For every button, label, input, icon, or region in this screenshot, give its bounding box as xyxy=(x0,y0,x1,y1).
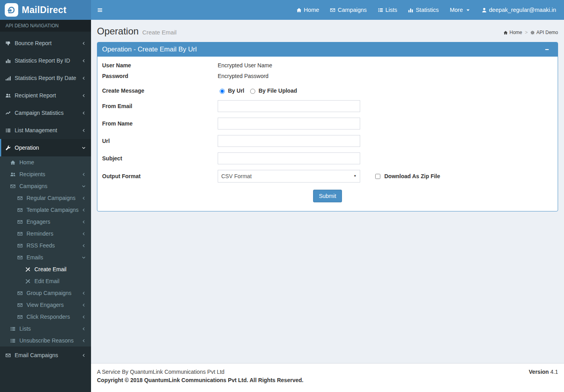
output-format-select[interactable]: CSV Format xyxy=(218,170,360,183)
sidebar-item-statistics-report-by-date[interactable]: Statistics Report By Date xyxy=(0,69,91,87)
create-email-panel: Operation - Create Email By Url User Nam… xyxy=(97,42,558,211)
collapse-button[interactable] xyxy=(541,46,553,53)
subject-label: Subject xyxy=(102,155,218,162)
sidebar-item-bounce-report[interactable]: Bounce Report xyxy=(0,34,91,52)
from-name-input[interactable] xyxy=(218,118,360,129)
nav-item-label: Campaigns xyxy=(338,7,367,13)
user-name-row: User Name Encrypted User Name xyxy=(102,62,553,69)
output-format-label: Output Format xyxy=(102,173,218,179)
sidebar-item-engagers[interactable]: Engagers xyxy=(0,216,91,228)
sidebar-menu: Bounce ReportStatistics Report By IDStat… xyxy=(0,32,91,364)
subject-input[interactable] xyxy=(218,152,360,164)
maildirect-logo-icon xyxy=(5,3,18,17)
by-url-radio[interactable] xyxy=(220,89,225,94)
sidebar-item-label: Campaign Statistics xyxy=(15,110,64,116)
sidebar-item-email-campaigns[interactable]: Email Campaigns xyxy=(0,346,91,364)
content-area: Operation - Create Email By Url User Nam… xyxy=(91,37,564,363)
sidebar-item-unsubscribe-reasons[interactable]: Unsubscribe Reasons xyxy=(0,335,91,346)
submit-row: Submit xyxy=(102,190,553,202)
envelope-icon xyxy=(10,184,17,189)
top-navbar: MailDirect HomeCampaignsListsStatisticsM… xyxy=(0,0,564,20)
sidebar-item-campaign-statistics[interactable]: Campaign Statistics xyxy=(0,104,91,122)
envelope-icon xyxy=(17,219,24,225)
footer-text: A Service By QuantumLink Communications … xyxy=(97,369,304,383)
by-url-option[interactable]: By Url xyxy=(218,88,244,94)
sidebar-item-emails[interactable]: Emails xyxy=(0,251,91,263)
download-zip-checkbox[interactable] xyxy=(375,174,380,179)
brand-name: MailDirect xyxy=(22,5,66,15)
panel-header: Operation - Create Email By Url xyxy=(97,42,558,57)
sidebar-toggle-button[interactable] xyxy=(91,0,109,20)
password-row: Password Encrypted Password xyxy=(102,73,553,79)
create-message-label: Create Message xyxy=(102,88,218,94)
chevron-left-icon xyxy=(82,303,86,307)
breadcrumb-separator: > xyxy=(525,30,528,35)
sidebar-item-recipient-report[interactable]: Recipient Report xyxy=(0,87,91,104)
submit-button[interactable]: Submit xyxy=(313,190,342,202)
nav-item-home[interactable]: Home xyxy=(291,0,325,20)
bar-chart-icon xyxy=(408,8,413,13)
navbar-menu: HomeCampaignsListsStatisticsMoredeepak_r… xyxy=(291,0,564,20)
sidebar-item-template-campaigns[interactable]: Template Campaigns xyxy=(0,204,91,216)
envelope-icon xyxy=(17,243,24,248)
tools-icon xyxy=(25,267,32,272)
chevron-down-icon xyxy=(82,255,86,260)
sidebar-item-campaigns[interactable]: Campaigns xyxy=(0,180,91,192)
from-name-row: From Name xyxy=(102,118,553,129)
list-icon xyxy=(10,338,17,343)
from-email-label: From Email xyxy=(102,103,218,109)
nav-item-more[interactable]: More xyxy=(444,0,476,20)
bar-chart-icon xyxy=(6,58,12,63)
subject-row: Subject xyxy=(102,152,553,164)
chevron-left-icon xyxy=(82,232,86,236)
breadcrumb-label: Home xyxy=(509,30,522,35)
chevron-left-icon xyxy=(82,339,86,343)
navbar-main: HomeCampaignsListsStatisticsMoredeepak_r… xyxy=(91,0,564,20)
nav-item-statistics[interactable]: Statistics xyxy=(403,0,444,20)
sidebar-item-regular-campaigns[interactable]: Regular Campaigns xyxy=(0,192,91,204)
sidebar-item-label: Unsubscribe Reasons xyxy=(19,337,74,344)
breadcrumb-item-api-demo[interactable]: API Demo xyxy=(530,30,558,35)
line-chart-icon xyxy=(6,110,12,116)
chevron-left-icon xyxy=(82,208,86,212)
sidebar-item-statistics-report-by-id[interactable]: Statistics Report By ID xyxy=(0,52,91,69)
sidebar-item-rss-feeds[interactable]: RSS Feeds xyxy=(0,240,91,251)
panel-body: User Name Encrypted User Name Password E… xyxy=(97,57,558,211)
chevron-left-icon xyxy=(82,111,86,115)
from-email-input[interactable] xyxy=(218,100,360,112)
sidebar-item-label: Bounce Report xyxy=(15,40,51,46)
sidebar-item-lists[interactable]: Lists xyxy=(0,323,91,335)
by-file-upload-option[interactable]: By File Upload xyxy=(248,88,297,94)
brand-logo[interactable]: MailDirect xyxy=(0,0,91,20)
sidebar-item-operation[interactable]: Operation xyxy=(0,139,91,156)
sidebar-item-click-responders[interactable]: Click Responders xyxy=(0,311,91,323)
envelope-icon xyxy=(6,353,12,358)
breadcrumb-item-home[interactable]: Home xyxy=(503,30,522,35)
caret-down-icon xyxy=(465,8,471,13)
sidebar-item-create-email[interactable]: Create Email xyxy=(0,263,91,275)
sidebar-item-label: Lists xyxy=(19,325,31,332)
from-name-label: From Name xyxy=(102,120,218,127)
sidebar-item-view-engagers[interactable]: View Engagers xyxy=(0,299,91,311)
sidebar-item-label: Statistics Report By Date xyxy=(15,75,76,81)
sidebar-item-recipients[interactable]: Recipients xyxy=(0,168,91,180)
sidebar-item-label: Campaigns xyxy=(19,183,47,189)
hamburger-icon xyxy=(97,7,103,13)
panel-title: Operation - Create Email By Url xyxy=(102,46,197,53)
sidebar-item-reminders[interactable]: Reminders xyxy=(0,228,91,240)
sidebar-item-edit-email[interactable]: Edit Email xyxy=(0,275,91,287)
sidebar-item-group-campaigns[interactable]: Group Campaigns xyxy=(0,287,91,299)
nav-item-campaigns[interactable]: Campaigns xyxy=(325,0,372,20)
sidebar-item-list-management[interactable]: List Management xyxy=(0,122,91,139)
chevron-left-icon xyxy=(82,353,86,358)
nav-item-deepak-regular-maaki-in[interactable]: deepak_regular@maaki.in xyxy=(476,0,562,20)
download-zip-option[interactable]: Download As Zip File xyxy=(374,173,440,180)
by-file-upload-radio[interactable] xyxy=(250,89,255,94)
sidebar-item-label: Emails xyxy=(27,254,43,261)
sidebar-item-label: Reminders xyxy=(27,230,53,237)
sidebar-item-home[interactable]: Home xyxy=(0,156,91,168)
users-icon xyxy=(6,93,12,98)
nav-item-lists[interactable]: Lists xyxy=(372,0,403,20)
url-input[interactable] xyxy=(218,135,360,147)
sidebar-heading: API DEMO NAVIGATION xyxy=(0,20,91,32)
